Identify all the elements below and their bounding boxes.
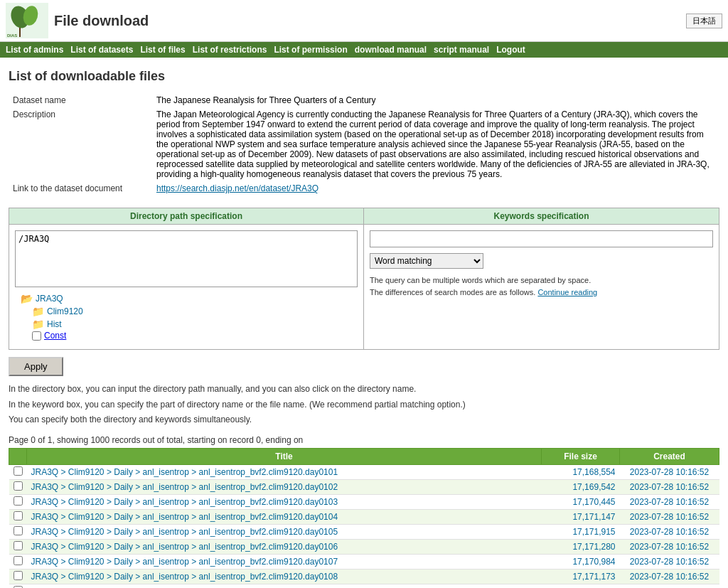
row-date-cell: 2023-07-28 10:16:52 [620,569,719,584]
row-checkbox[interactable] [14,556,23,565]
keyword-spec-panel: Keywords specification Word matching Par… [364,208,719,349]
table-row: JRA3Q > Clim9120 > Daily > anl_isentrop … [9,539,719,554]
dir-spec-body: /JRA3Q 📂 JRA3Q 📁 [9,225,363,349]
dir-spec-header: Directory path specification [9,208,363,225]
link-cell: https://search.diasjp.net/en/dataset/JRA… [154,182,718,195]
info-line-3: You can specify both the directory and k… [9,415,252,424]
row-checkbox[interactable] [14,541,23,550]
nav-list-admins[interactable]: List of admins [6,45,63,55]
nav-list-files[interactable]: List of files [140,45,185,55]
nav-list-datasets[interactable]: List of datasets [70,45,133,55]
svg-text:DIAS: DIAS [7,33,17,38]
row-date-cell: 2023-07-28 10:16:52 [620,494,719,509]
apply-button[interactable]: Apply [9,357,63,376]
continue-reading-link[interactable]: Continue reading [537,288,597,296]
row-size-cell: 17,169,542 [542,479,620,494]
file-link[interactable]: JRA3Q > Clim9120 > Daily > anl_isentrop … [31,527,338,537]
row-date-cell: 2023-07-28 10:16:52 [620,509,719,524]
row-date-cell: 2023-07-28 10:16:52 [620,464,719,479]
table-row: JRA3Q > Clim9120 > Daily > anl_isentrop … [9,554,719,569]
nav-logout[interactable]: Logout [496,45,525,55]
row-title-cell: JRA3Q > Clim9120 > Daily > anl_isentrop … [27,479,542,494]
tree-item-const: Const [32,331,352,341]
file-link[interactable]: JRA3Q > Clim9120 > Daily > anl_isentrop … [31,467,338,477]
hint-line1: The query can be multiple words which ar… [370,276,591,284]
table-row: JRA3Q > Clim9120 > Daily > anl_isentrop … [9,509,719,524]
file-link[interactable]: JRA3Q > Clim9120 > Daily > anl_isentrop … [31,572,338,582]
row-checkbox-cell [9,494,27,509]
file-link[interactable]: JRA3Q > Clim9120 > Daily > anl_isentrop … [31,557,338,567]
row-size-cell: 17,170,445 [542,494,620,509]
row-checkbox[interactable] [14,511,23,520]
const-checkbox[interactable] [32,331,41,341]
row-checkbox[interactable] [14,526,23,535]
file-link[interactable]: JRA3Q > Clim9120 > Daily > anl_isentrop … [31,482,338,492]
hint-line2: The differences of search modes are as f… [370,288,535,296]
nav-download-manual[interactable]: download manual [355,45,427,55]
link-label: Link to the dataset document [10,182,152,195]
file-table: Title File size Created JRA3Q > Clim9120… [9,448,719,588]
dir-link-clim9120[interactable]: Clim9120 [47,306,83,316]
row-checkbox-cell [9,524,27,539]
row-date-cell: 2023-07-28 10:16:52 [620,584,719,588]
table-row: JRA3Q > Clim9120 > Daily > anl_isentrop … [9,464,719,479]
row-size-cell: 17,171,280 [542,539,620,554]
row-title-cell: JRA3Q > Clim9120 > Daily > anl_isentrop … [27,584,542,588]
keyword-spec-header: Keywords specification [364,208,719,225]
row-checkbox[interactable] [14,481,23,491]
row-size-cell: 17,171,173 [542,569,620,584]
row-title-cell: JRA3Q > Clim9120 > Daily > anl_isentrop … [27,569,542,584]
dir-link-hist[interactable]: Hist [47,319,62,329]
row-checkbox-cell [9,509,27,524]
logo-area: DIAS File download [6,3,149,38]
keyword-input[interactable] [370,230,713,247]
dataset-name-label: Dataset name [10,94,152,107]
description-value: The Japan Meteorological Agency is curre… [154,108,718,181]
file-link[interactable]: JRA3Q > Clim9120 > Daily > anl_isentrop … [31,542,338,552]
table-row: JRA3Q > Clim9120 > Daily > anl_isentrop … [9,569,719,584]
row-checkbox[interactable] [14,496,23,506]
tree-item-jra3q: 📂 JRA3Q [21,292,352,305]
table-row: JRA3Q > Clim9120 > Daily > anl_isentrop … [9,524,719,539]
nav-script-manual[interactable]: script manual [434,45,489,55]
dir-link-jra3q[interactable]: JRA3Q [36,294,63,304]
dataset-name-value: The Japanese Reanalysis for Three Quarte… [154,94,718,107]
col-header-created: Created [620,448,719,464]
main-content: List of downloadable files Dataset name … [0,58,728,588]
dias-logo: DIAS [6,3,48,38]
dataset-info: Dataset name The Japanese Reanalysis for… [9,92,719,196]
info-line-1: In the directory box, you can input the … [9,384,416,394]
row-title-cell: JRA3Q > Clim9120 > Daily > anl_isentrop … [27,554,542,569]
row-date-cell: 2023-07-28 10:16:52 [620,479,719,494]
folder-icon-clim9120: 📁 [32,306,44,317]
row-title-cell: JRA3Q > Clim9120 > Daily > anl_isentrop … [27,509,542,524]
search-hint: The query can be multiple words which ar… [370,274,713,298]
row-size-cell: 17,170,984 [542,554,620,569]
apply-section: Apply [9,350,719,382]
header: DIAS File download 日本語 [0,0,728,42]
file-link[interactable]: JRA3Q > Clim9120 > Daily > anl_isentrop … [31,512,338,522]
directory-tree: 📂 JRA3Q 📁 Clim9120 [15,289,358,343]
lang-button[interactable]: 日本語 [686,14,722,28]
tree-item-clim9120: 📁 Clim9120 [32,305,352,318]
row-checkbox-cell [9,554,27,569]
description-label: Description [10,108,152,181]
site-title: File download [54,13,149,29]
table-row: JRA3Q > Clim9120 > Daily > anl_isentrop … [9,494,719,509]
dataset-link[interactable]: https://search.diasjp.net/en/dataset/JRA… [156,183,318,193]
directory-path-input[interactable]: /JRA3Q [15,230,358,287]
row-checkbox-cell [9,539,27,554]
nav-list-permission[interactable]: List of permission [274,45,347,55]
page-title: List of downloadable files [9,69,719,84]
row-checkbox-cell [9,479,27,494]
info-line-2: In the keyword box, you can specify the … [9,400,466,410]
row-checkbox[interactable] [14,571,23,580]
row-checkbox[interactable] [14,466,23,476]
row-title-cell: JRA3Q > Clim9120 > Daily > anl_isentrop … [27,524,542,539]
row-size-cell: 17,171,530 [542,584,620,588]
nav-list-restrictions[interactable]: List of restrictions [193,45,267,55]
row-title-cell: JRA3Q > Clim9120 > Daily > anl_isentrop … [27,494,542,509]
file-link[interactable]: JRA3Q > Clim9120 > Daily > anl_isentrop … [31,497,338,507]
word-matching-select[interactable]: Word matching Partial matching Exact mat… [370,253,483,269]
dir-link-const[interactable]: Const [44,331,66,341]
